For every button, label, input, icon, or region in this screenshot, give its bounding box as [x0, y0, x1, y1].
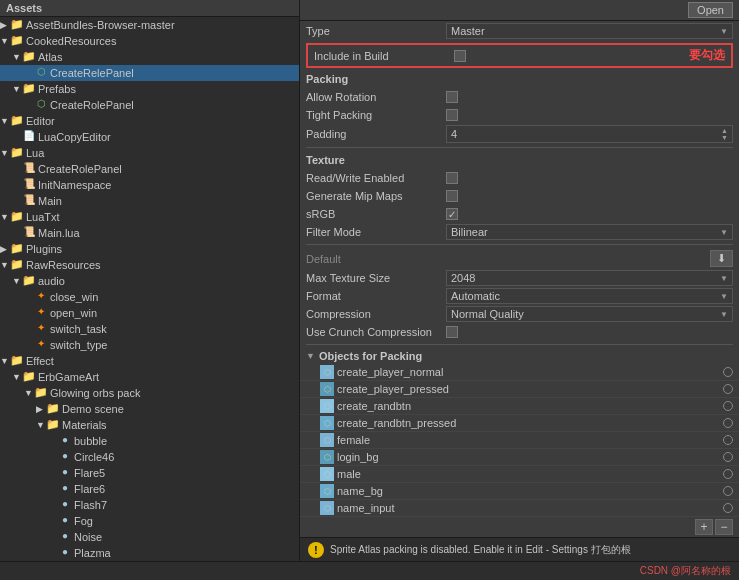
padding-down-arrow[interactable]: ▼ — [721, 134, 728, 141]
object-select-circle[interactable] — [723, 503, 733, 513]
default-row: Default ⬇ — [300, 248, 739, 269]
object-select-circle[interactable] — [723, 384, 733, 394]
tree-item-cookedresources[interactable]: ▼📁CookedResources — [0, 33, 299, 49]
tree-item-luatxt[interactable]: ▼📁LuaTxt — [0, 209, 299, 225]
object-select-circle[interactable] — [723, 486, 733, 496]
object-item-5: ⬡login_bg — [300, 449, 739, 466]
remove-object-button[interactable]: − — [715, 519, 733, 535]
tree-item-createrolepanel-atlas[interactable]: ⬡CreateRelePanel — [0, 65, 299, 81]
assets-header: Assets — [0, 0, 299, 17]
compression-select[interactable]: Normal Quality ▼ — [446, 306, 733, 322]
tree-item-glowing-orbs[interactable]: ▼📁Glowing orbs pack — [0, 385, 299, 401]
tree-item-assetbundles[interactable]: ▶📁AssetBundles-Browser-master — [0, 17, 299, 33]
folder-icon: 📁 — [46, 418, 60, 432]
object-select-circle[interactable] — [723, 367, 733, 377]
tree-item-switch_task[interactable]: ✦switch_task — [0, 321, 299, 337]
tree-item-prefabs[interactable]: ▼📁Prefabs — [0, 81, 299, 97]
tree-item-rawresources[interactable]: ▼📁RawResources — [0, 257, 299, 273]
tree-item-noise[interactable]: ●Noise — [0, 529, 299, 545]
include-build-label: Include in Build — [314, 50, 454, 62]
srgb-checkbox[interactable] — [446, 208, 458, 220]
padding-field[interactable]: 4 ▲ ▼ — [446, 125, 733, 143]
objects-list: ⬡create_player_normal⬡create_player_pres… — [300, 364, 739, 517]
object-name: create_player_normal — [337, 366, 723, 378]
tree-item-createrolepanel-prefab[interactable]: ⬡CreateRolePanel — [0, 97, 299, 113]
object-select-circle[interactable] — [723, 418, 733, 428]
read-write-checkbox[interactable] — [446, 172, 458, 184]
tree-item-label: Flash7 — [74, 499, 299, 511]
padding-up-arrow[interactable]: ▲ — [721, 127, 728, 134]
open-button[interactable]: Open — [688, 2, 733, 18]
tree-item-plazma[interactable]: ●Plazma — [0, 545, 299, 561]
object-select-circle[interactable] — [723, 435, 733, 445]
add-object-button[interactable]: + — [695, 519, 713, 535]
sphere-icon: ● — [58, 434, 72, 448]
allow-rotation-checkbox[interactable] — [446, 91, 458, 103]
object-item-3: ⬡create_randbtn_pressed — [300, 415, 739, 432]
filter-mode-select[interactable]: Bilinear ▼ — [446, 224, 733, 240]
tree-item-materials[interactable]: ▼📁Materials — [0, 417, 299, 433]
tree-item-flare6[interactable]: ●Flare6 — [0, 481, 299, 497]
object-sprite-icon: ⬡ — [320, 416, 334, 430]
format-select[interactable]: Automatic ▼ — [446, 288, 733, 304]
tree-item-main-luatxt[interactable]: 📜Main.lua — [0, 225, 299, 241]
tree-item-audio[interactable]: ▼📁audio — [0, 273, 299, 289]
objects-arrow: ▼ — [306, 351, 315, 361]
object-select-circle[interactable] — [723, 452, 733, 462]
include-build-checkbox[interactable] — [454, 50, 466, 62]
tree-item-atlas[interactable]: ▼📁Atlas — [0, 49, 299, 65]
tree-item-flash7[interactable]: ●Flash7 — [0, 497, 299, 513]
tight-packing-row: Tight Packing — [300, 106, 739, 124]
tree-item-circle46[interactable]: ●Circle46 — [0, 449, 299, 465]
tree-arrow: ▼ — [12, 276, 22, 286]
tree-item-switch_type[interactable]: ✦switch_type — [0, 337, 299, 353]
max-texture-row: Max Texture Size 2048 ▼ — [300, 269, 739, 287]
annotation-text: 要勾选 — [689, 47, 725, 64]
tree-item-effect[interactable]: ▼📁Effect — [0, 353, 299, 369]
tree-item-close_win[interactable]: ✦close_win — [0, 289, 299, 305]
tree-item-luacopyeditor[interactable]: 📄LuaCopyEditor — [0, 129, 299, 145]
tree-item-lua[interactable]: ▼📁Lua — [0, 145, 299, 161]
type-row: Type Master ▼ — [300, 21, 739, 41]
tree-item-label: Fog — [74, 515, 299, 527]
objects-footer: + − — [300, 517, 739, 537]
tree-item-erbgameart[interactable]: ▼📁ErbGameArt — [0, 369, 299, 385]
tree-item-flare5[interactable]: ●Flare5 — [0, 465, 299, 481]
folder-icon: 📁 — [10, 114, 24, 128]
divider-2 — [306, 244, 733, 245]
max-texture-select[interactable]: 2048 ▼ — [446, 270, 733, 286]
folder-icon: 📁 — [10, 18, 24, 32]
object-item-8: ⬡name_input — [300, 500, 739, 517]
tree-item-open_win[interactable]: ✦open_win — [0, 305, 299, 321]
generate-mip-checkbox[interactable] — [446, 190, 458, 202]
sphere-icon: ● — [58, 514, 72, 528]
type-select[interactable]: Master ▼ — [446, 23, 733, 39]
tree-item-label: Flare6 — [74, 483, 299, 495]
object-select-circle[interactable] — [723, 469, 733, 479]
tree-item-plugins[interactable]: ▶📁Plugins — [0, 241, 299, 257]
tree-item-label: LuaCopyEditor — [38, 131, 299, 143]
tree-arrow: ▼ — [12, 372, 22, 382]
tree-item-createrolepanel-lua[interactable]: 📜CreateRolePanel — [0, 161, 299, 177]
tree-item-label: CookedResources — [26, 35, 299, 47]
tree-item-fog[interactable]: ●Fog — [0, 513, 299, 529]
sphere-icon: ● — [58, 450, 72, 464]
object-name: create_player_pressed — [337, 383, 723, 395]
tree-item-main-lua[interactable]: 📜Main — [0, 193, 299, 209]
default-label: Default — [306, 253, 446, 265]
object-name: name_bg — [337, 485, 723, 497]
include-build-row: Include in Build 要勾选 — [306, 43, 733, 68]
tree-item-label: Lua — [26, 147, 299, 159]
tree-item-editor[interactable]: ▼📁Editor — [0, 113, 299, 129]
use-crunch-checkbox[interactable] — [446, 326, 458, 338]
default-button[interactable]: ⬇ — [710, 250, 733, 267]
tight-packing-checkbox[interactable] — [446, 109, 458, 121]
format-label: Format — [306, 290, 446, 302]
tree-item-initnamespace[interactable]: 📜InitNamespace — [0, 177, 299, 193]
sphere-icon: ● — [58, 546, 72, 560]
object-select-circle[interactable] — [723, 401, 733, 411]
tree-item-bubble[interactable]: ●bubble — [0, 433, 299, 449]
objects-header: ▼ Objects for Packing — [300, 348, 739, 364]
tree-item-demo-scene[interactable]: ▶📁Demo scene — [0, 401, 299, 417]
file-icon: 📄 — [22, 130, 36, 144]
